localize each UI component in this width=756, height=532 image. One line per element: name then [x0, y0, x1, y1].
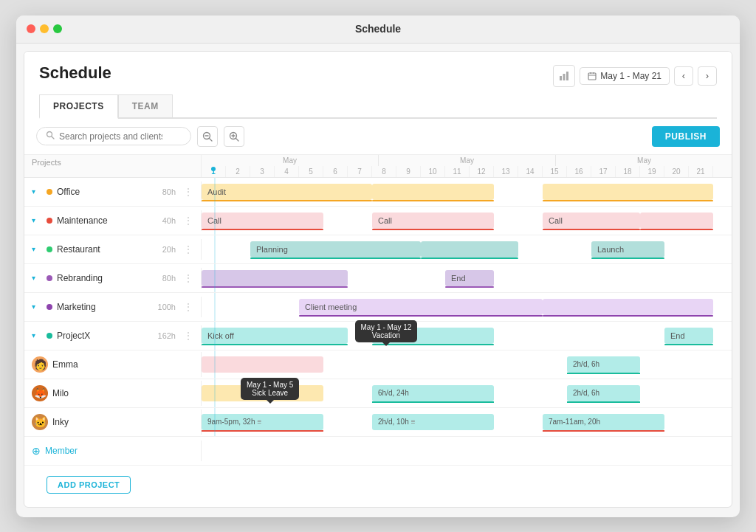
close-button[interactable] [27, 24, 35, 33]
titlebar: Schedule [16, 15, 740, 44]
more-options-icon[interactable]: ⋮ [183, 272, 193, 284]
member-label-0: 🧑Emma [24, 352, 202, 377]
minimize-button[interactable] [40, 24, 49, 33]
more-options-icon[interactable]: ⋮ [183, 330, 193, 342]
project-row-rebranding: ▾ Rebranding 80h ⋮ End [24, 264, 732, 293]
bar-marketing[interactable]: Client meeting [299, 299, 543, 315]
bar-restaurant[interactable] [421, 241, 518, 258]
publish-button[interactable]: PUBLISH [652, 126, 720, 147]
svg-rect-2 [566, 72, 568, 80]
more-options-icon[interactable]: ⋮ [183, 243, 193, 255]
team-row-milo: 🦊Milo6h/d, 24h2h/d, 6hMay 1 - May 5Sick … [24, 379, 732, 408]
month-may-2: May [379, 155, 556, 166]
svg-rect-3 [588, 73, 596, 80]
zoom-out-button[interactable] [197, 126, 218, 147]
month-may-3: May [556, 155, 732, 166]
more-options-icon[interactable]: ⋮ [183, 186, 193, 198]
tab-team[interactable]: TEAM [118, 94, 173, 117]
svg-line-8 [52, 137, 54, 139]
more-options-icon[interactable]: ⋮ [183, 215, 193, 227]
bar-office[interactable] [543, 184, 713, 200]
bar-maintenance[interactable]: Call [372, 213, 494, 229]
bar-member-1[interactable]: 2h/d, 6h [567, 385, 640, 401]
svg-line-13 [236, 138, 239, 141]
bar-projectx[interactable]: End [664, 328, 713, 344]
plus-icon: ⊕ [32, 445, 41, 457]
project-bars-1: CallCallCall [202, 207, 732, 235]
day-cell-13: 13 [494, 166, 518, 177]
projects-header-label: Projects [24, 155, 202, 177]
day-cell-5: 5 [299, 166, 323, 177]
day-cell-17: 17 [591, 166, 616, 177]
prev-period-button[interactable]: ‹ [674, 66, 693, 86]
member-bars-2: 9am-5pm, 32h≡2h/d, 10h≡7am-11am, 20h [202, 408, 732, 436]
bar-rebranding[interactable]: End [445, 270, 494, 286]
day-cell-4: 4 [275, 166, 299, 177]
app-body: Schedule [24, 51, 732, 508]
gantt-container: Projects May May May [24, 155, 732, 466]
sick-leave-tooltip-1: May 1 - May 5Sick Leave [241, 378, 299, 400]
bar-member-1[interactable]: 6h/d, 24h [372, 385, 494, 401]
bar-office[interactable]: Audit [202, 184, 372, 200]
project-bars-2: PlanningLaunch [202, 235, 732, 263]
month-may-1: May [202, 155, 379, 166]
page-title: Schedule [39, 63, 111, 83]
day-cell-19: 19 [640, 166, 664, 177]
day-cell-11: 11 [445, 166, 470, 177]
bar-rebranding[interactable] [202, 270, 348, 286]
member-bars-1: 6h/d, 24h2h/d, 6hMay 1 - May 5Sick Leave [202, 379, 732, 407]
search-box[interactable] [36, 127, 191, 145]
project-label-4: ▾ Marketing 100h ⋮ [24, 297, 202, 317]
chevron-icon: ▾ [32, 331, 42, 339]
maximize-button[interactable] [53, 24, 62, 33]
next-period-button[interactable]: › [698, 66, 717, 86]
window-title: Schedule [355, 23, 401, 35]
more-options-icon[interactable]: ⋮ [183, 301, 193, 313]
bar-office[interactable] [372, 184, 494, 200]
day-cell-15: 15 [543, 166, 567, 177]
project-label-0: ▾ Office 80h ⋮ [24, 182, 202, 202]
svg-line-10 [210, 138, 213, 141]
day-cell-7: 7 [348, 166, 372, 177]
chart-icon-button[interactable] [553, 65, 575, 87]
toolbar: PUBLISH [24, 119, 732, 155]
app-header: Schedule [24, 52, 732, 119]
day-cell-1: 1 [202, 166, 226, 177]
chevron-icon: ▾ [32, 245, 42, 253]
day-cell-16: 16 [567, 166, 591, 177]
bar-maintenance[interactable] [640, 213, 713, 229]
zoom-in-button[interactable] [224, 126, 244, 147]
day-cell-20: 20 [664, 166, 689, 177]
bar-restaurant[interactable]: Planning [250, 241, 421, 258]
bar-restaurant[interactable]: Launch [591, 241, 664, 258]
bar-marketing[interactable] [543, 299, 713, 315]
add-project-button[interactable]: ADD PROJECT [47, 476, 131, 494]
chevron-icon: ▾ [32, 274, 42, 282]
bar-maintenance[interactable]: Call [202, 213, 323, 229]
day-cell-8: 8 [372, 166, 396, 177]
bar-member-2[interactable]: 9am-5pm, 32h≡ [202, 414, 323, 430]
team-row-emma: 🧑Emma2h/d, 6h [24, 350, 732, 379]
bar-member-0[interactable] [202, 356, 323, 373]
member-name-2: Inky [52, 417, 193, 427]
member-label-2: 🐱Inky [24, 410, 202, 435]
member-row-label[interactable]: ⊕ Member [24, 441, 202, 461]
bar-maintenance[interactable]: Call [543, 213, 640, 229]
add-project-section: ADD PROJECT [24, 466, 732, 507]
member-bars-0: 2h/d, 6h [202, 350, 732, 379]
project-bars-5: Kick offEndMay 1 - May 12Vacation [202, 322, 732, 350]
search-input[interactable] [59, 131, 162, 142]
bar-projectx[interactable]: Kick off [202, 328, 348, 344]
bar-member-2[interactable]: 2h/d, 10h≡ [372, 414, 494, 430]
app-window: Schedule Schedule [16, 15, 740, 517]
project-row-marketing: ▾ Marketing 100h ⋮ Client meeting [24, 293, 732, 322]
project-label-2: ▾ Restaurant 20h ⋮ [24, 239, 202, 260]
date-range-button[interactable]: May 1 - May 21 [580, 67, 670, 85]
bar-member-0[interactable]: 2h/d, 6h [567, 356, 640, 373]
tab-projects[interactable]: PROJECTS [39, 94, 118, 119]
day-cell-9: 9 [396, 166, 421, 177]
day-cell-6: 6 [323, 166, 348, 177]
project-row-maintenance: ▾ Maintenance 40h ⋮ CallCallCall [24, 207, 732, 235]
bar-member-2[interactable]: 7am-11am, 20h [543, 414, 664, 430]
project-row-restaurant: ▾ Restaurant 20h ⋮ PlanningLaunch [24, 235, 732, 264]
